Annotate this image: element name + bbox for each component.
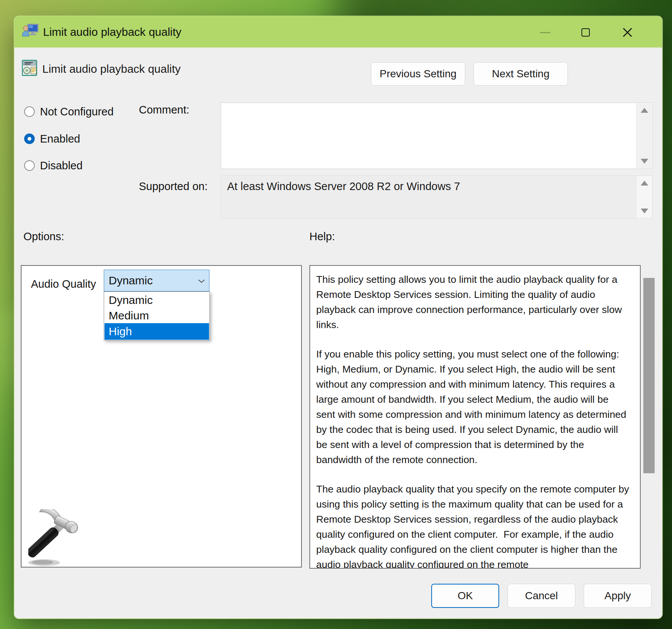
radio-label: Disabled [40,160,83,172]
audio-quality-label: Audio Quality [31,278,96,290]
help-scrollbar-thumb[interactable] [643,278,655,473]
dropdown-item-high[interactable]: High [105,323,209,340]
comment-input[interactable] [221,103,653,169]
policy-template-icon [22,59,38,78]
cancel-button[interactable]: Cancel [507,584,575,608]
title-bar: Limit audio playback quality [14,16,662,48]
radio-not-configured[interactable]: Not Configured [24,106,114,118]
radio-disabled[interactable]: Disabled [24,160,83,172]
dropdown-item-dynamic[interactable]: Dynamic [105,292,209,308]
help-section-label: Help: [309,230,335,243]
scroll-down-icon[interactable] [641,159,648,164]
window-title: Limit audio playback quality [43,26,181,38]
radio-circle-icon [24,160,35,171]
previous-setting-button[interactable]: Previous Setting [371,62,465,86]
scroll-up-icon[interactable] [641,181,648,186]
radio-circle-selected-icon [24,133,35,144]
apply-button[interactable]: Apply [584,584,652,608]
close-icon [622,27,633,38]
dropdown-item-medium[interactable]: Medium [105,308,209,323]
minimize-button[interactable] [536,24,554,41]
help-paragraph: If you enable this policy setting, you m… [316,347,629,467]
audio-quality-selected-value: Dynamic [109,274,153,287]
help-paragraph: The audio playback quality that you spec… [316,482,629,569]
radio-label: Not Configured [40,106,114,118]
options-section-label: Options: [23,230,64,243]
policy-settings-dialog: Limit audio playback quality Limit audio… [14,16,662,618]
comment-label: Comment: [139,104,189,116]
comment-scrollbar [636,103,652,168]
audio-quality-dropdown[interactable]: Dynamic [104,270,209,291]
help-text-panel: This policy setting allows you to limit … [309,265,641,569]
supported-on-value: At least Windows Server 2008 R2 or Windo… [227,180,460,193]
options-panel: Audio Quality Dynamic Dynamic Medium Hig… [21,265,302,568]
close-button[interactable] [618,24,637,41]
scroll-down-icon[interactable] [641,209,648,213]
help-paragraph: This policy setting allows you to limit … [316,272,629,332]
radio-circle-icon [24,106,35,117]
supported-scrollbar [636,176,652,218]
group-policy-user-icon [22,23,39,41]
chevron-down-icon [198,279,205,283]
minimize-icon [540,32,551,33]
radio-label: Enabled [40,133,80,145]
hammer-icon [28,509,79,569]
maximize-button[interactable] [577,24,595,41]
policy-name-heading: Limit audio playback quality [42,63,181,75]
radio-enabled[interactable]: Enabled [24,133,80,145]
supported-on-label: Supported on: [139,180,208,193]
scroll-up-icon[interactable] [641,108,648,113]
maximize-icon [581,28,590,37]
supported-on-field: At least Windows Server 2008 R2 or Windo… [221,175,653,219]
audio-quality-listbox: Dynamic Medium High [104,291,210,341]
next-setting-button[interactable]: Next Setting [474,62,568,86]
ok-button[interactable]: OK [431,584,499,608]
